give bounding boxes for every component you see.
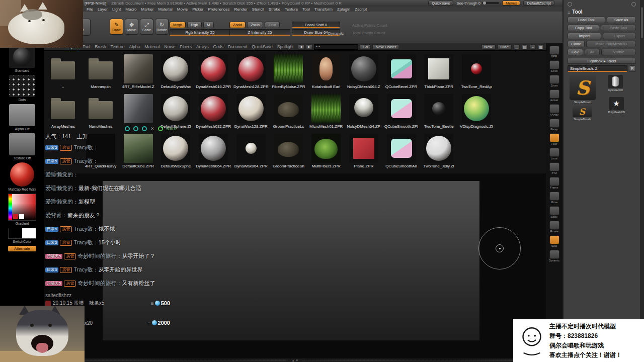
lightbox-item[interactable]: DynaMesh128.ZPR: [232, 53, 270, 93]
grid-view-icon[interactable]: ▦: [538, 44, 544, 50]
lightbox-item[interactable]: NanoMeshes: [82, 93, 120, 132]
menu-marker[interactable]: Marker: [141, 7, 154, 12]
lightbox-item[interactable]: ArrayMeshes: [44, 93, 82, 132]
menu-tool[interactable]: Tool: [302, 7, 310, 12]
zsub-button[interactable]: Zsub: [247, 22, 263, 28]
tab-grids[interactable]: Grids: [213, 44, 223, 50]
lightbox-tools-button[interactable]: Lightbox ▸ Tools: [568, 58, 636, 64]
right-shelf-dynamic[interactable]: Dynamic: [548, 250, 561, 262]
tool-thumb-polymesh3d[interactable]: PolyMesh3D: [608, 97, 625, 114]
lightbox-item[interactable]: TwoTone_RedAp: [458, 53, 496, 93]
z-intensity-slider[interactable]: Z Intensity 25: [229, 29, 290, 36]
right-shelf-xyz[interactable]: XYZ: [548, 162, 561, 174]
lightbox-item[interactable]: Mannequin: [82, 53, 120, 93]
lightbox-item[interactable]: NoisyDMesh064.Z: [345, 53, 383, 93]
menu-file[interactable]: File: [87, 7, 93, 12]
left-shelf-alternate[interactable]: Alternate: [0, 246, 44, 251]
zcut-button[interactable]: Zcut: [265, 22, 280, 28]
go-button[interactable]: Go: [360, 44, 371, 50]
tab-arrays[interactable]: Arrays: [196, 44, 209, 50]
rgb-intensity-slider[interactable]: Rgb Intensity 25: [170, 29, 230, 36]
menu-material[interactable]: Material: [158, 7, 172, 12]
tab-tool[interactable]: Tool: [83, 44, 91, 50]
right-shelf-rotate[interactable]: Rotate: [548, 221, 561, 233]
m-button[interactable]: M: [203, 22, 214, 28]
left-shelf-stroke[interactable]: Dots: [0, 75, 44, 102]
tab-texture[interactable]: Texture: [111, 44, 125, 50]
back-arrow-button[interactable]: ◀: [298, 44, 304, 50]
new-button[interactable]: New: [481, 44, 496, 50]
clone-button[interactable]: Clone: [568, 41, 585, 47]
menu-macro[interactable]: Macro: [125, 7, 136, 12]
collapse-icon[interactable]: ▁: [514, 44, 520, 50]
lightbox-item[interactable]: QCubeBevel.ZPR: [382, 53, 420, 93]
lightbox-item[interactable]: DynaWax128.ZPR: [232, 93, 270, 132]
path-input[interactable]: *.*: [314, 44, 358, 50]
r-button[interactable]: R: [629, 65, 636, 72]
lightbox-item[interactable]: DynaWax064.ZPR: [232, 132, 270, 172]
panel-history-icon[interactable]: [568, 2, 572, 7]
menu-zplugin[interactable]: Zplugin: [337, 7, 350, 12]
lightbox-item[interactable]: FiberByNoise.ZPR: [270, 53, 307, 93]
menu-transform[interactable]: Transform: [314, 7, 333, 12]
right-shelf-zoom[interactable]: Zoom: [548, 75, 561, 87]
left-shelf-brush[interactable]: Standard: [0, 46, 44, 72]
lightbox-item[interactable]: ThickPlane.ZPR: [420, 53, 458, 93]
right-shelf-aahalf[interactable]: AAHalf: [548, 104, 561, 116]
lightbox-item[interactable]: GroomPracticeLc: [270, 93, 307, 132]
tab-fibers[interactable]: Fibers: [180, 44, 192, 50]
right-shelf-scale[interactable]: Scale: [548, 206, 561, 218]
lightbox-item[interactable]: DefaultDynaWax: [157, 53, 195, 93]
right-shelf-local[interactable]: Local: [548, 148, 561, 160]
lightbox-item[interactable]: TwoTone_Beetle: [420, 93, 458, 132]
rgb-button[interactable]: Rgb: [187, 22, 202, 28]
lightbox-item[interactable]: GroomPracticeSh: [270, 132, 307, 172]
menu-picker[interactable]: Picker: [192, 7, 203, 12]
new-folder-button[interactable]: New Folder: [372, 44, 399, 50]
goz-button[interactable]: GoZ: [568, 49, 583, 55]
lightbox-item[interactable]: NoisyDMesh64.ZP: [345, 93, 383, 132]
menu-zscript[interactable]: Zscript: [355, 7, 367, 12]
thumb-size-icon[interactable]: ▤: [522, 44, 528, 50]
mrgb-button[interactable]: Mrgb: [170, 22, 186, 28]
tool-thumb-simplebrush[interactable]: SimpleBrush: [573, 106, 592, 121]
tab-spotlight[interactable]: Spotlight: [277, 44, 294, 50]
left-shelf-texture[interactable]: Texture Off: [0, 133, 44, 160]
tab-document[interactable]: Document: [228, 44, 248, 50]
right-shelf-scroll[interactable]: Scroll: [548, 60, 561, 72]
right-shelf-floor[interactable]: Floor: [548, 133, 561, 145]
see-through-track[interactable]: [482, 2, 499, 4]
menus-button[interactable]: Menus: [502, 1, 521, 6]
tab-alpha[interactable]: Alpha: [129, 44, 140, 50]
scale-mode-button[interactable]: ⤢Scale: [140, 19, 153, 35]
move-mode-button[interactable]: ✥Move: [125, 19, 138, 35]
left-shelf-picker[interactable]: Gradient: [0, 194, 44, 225]
focal-shift-slider[interactable]: Focal Shift 0: [292, 22, 340, 28]
defaultzscript-button[interactable]: DefaultZScript: [523, 1, 554, 6]
tool-thumb-cylinder3d[interactable]: Cylinder3D: [608, 75, 623, 92]
menu-stencil[interactable]: Stencil: [252, 7, 264, 12]
left-shelf-alpha[interactable]: Alpha Off: [0, 104, 44, 131]
lightbox-item[interactable]: TwoTone_Jelly.ZI: [420, 132, 458, 172]
menu-preferences[interactable]: Preferences: [208, 7, 229, 12]
canvas-bottom-bar[interactable]: ▲ ▼: [44, 358, 546, 362]
left-shelf-material[interactable]: MatCap Red Wax: [0, 162, 44, 191]
lightbox-item[interactable]: QCubeSmooth.ZPI: [382, 93, 420, 132]
lightbox-item[interactable]: ..: [44, 53, 82, 93]
tab-quicksave[interactable]: QuickSave: [252, 44, 273, 50]
right-shelf-bpr[interactable]: BPR: [548, 46, 561, 58]
menu-render[interactable]: Render: [234, 7, 248, 12]
draw-mode-button[interactable]: ✎Draw: [110, 19, 123, 35]
list-view-icon[interactable]: ≡: [530, 44, 536, 50]
right-shelf-move[interactable]: Move: [548, 192, 561, 204]
lightbox-item[interactable]: DynaMesh016.ZPR: [195, 53, 232, 93]
lightbox-item[interactable]: DynaMesh064.ZPR: [195, 132, 232, 172]
bottom-markers[interactable]: ▲ ▼: [292, 359, 299, 362]
tab-brush[interactable]: Brush: [95, 44, 106, 50]
tab-material[interactable]: Material: [144, 44, 159, 50]
copy-tool-button[interactable]: Copy Tool: [568, 25, 599, 31]
menu-stroke[interactable]: Stroke: [269, 7, 280, 12]
tool-thumb-simplebrush[interactable]: SimpleBrush: [570, 75, 596, 104]
rotate-mode-button[interactable]: ↻Rotate: [155, 19, 169, 35]
panel-refresh-icon[interactable]: [631, 2, 636, 7]
